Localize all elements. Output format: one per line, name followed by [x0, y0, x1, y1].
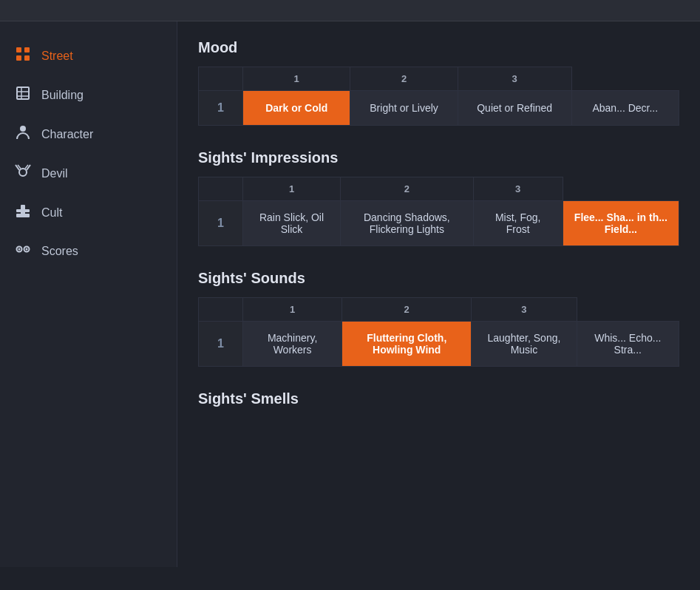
section-title-sights-sounds: Sights' Sounds: [198, 270, 679, 287]
sidebar-item-scores-label: Scores: [41, 245, 78, 258]
cell-sights-impressions-0-1[interactable]: Dancing Shadows, Flickering Lights: [341, 201, 474, 246]
col-header-sights-impressions-1: 1: [243, 177, 341, 201]
sidebar-item-devil[interactable]: Devil: [0, 154, 177, 193]
sidebar-item-character[interactable]: Character: [0, 115, 177, 154]
app-header: [0, 0, 700, 21]
table-mood: 1231Dark or ColdBright or LivelyQuiet or…: [198, 67, 679, 126]
col-header-mood-0: [199, 67, 243, 91]
sidebar-item-scores[interactable]: Scores: [0, 232, 177, 270]
svg-rect-1: [24, 47, 30, 52]
svg-point-9: [19, 169, 27, 176]
svg-rect-0: [16, 47, 21, 52]
sidebar-item-cult-label: Cult: [41, 206, 62, 220]
sidebar: Street Building Character Devil Cult Sco…: [0, 21, 177, 567]
col-header-mood-3: 3: [458, 67, 571, 91]
devil-icon: [15, 164, 31, 183]
table-row: 1Machinery, WorkersFluttering Cloth, How…: [199, 322, 679, 367]
col-header-sights-sounds-0: [199, 298, 243, 322]
col-header-sights-impressions-0: [199, 177, 243, 201]
svg-rect-4: [17, 87, 29, 99]
col-header-sights-sounds-1: 1: [243, 298, 342, 322]
building-icon: [15, 86, 31, 104]
street-icon: [15, 47, 31, 65]
cell-mood-0-0[interactable]: Dark or Cold: [243, 91, 350, 126]
col-header-mood-2: 2: [350, 67, 458, 91]
table-wrapper-sights-sounds: 1231Machinery, WorkersFluttering Cloth, …: [198, 297, 679, 367]
cell-mood-0-3[interactable]: Aban... Decr...: [571, 91, 679, 126]
cell-mood-0-2[interactable]: Quiet or Refined: [458, 91, 571, 126]
cult-icon: [15, 203, 31, 222]
sidebar-item-street-label: Street: [41, 50, 73, 63]
table-wrapper-mood: 1231Dark or ColdBright or LivelyQuiet or…: [198, 67, 679, 126]
sidebar-item-building[interactable]: Building: [0, 75, 177, 115]
sidebar-item-street[interactable]: Street: [0, 36, 177, 75]
svg-rect-3: [24, 55, 30, 61]
row-num-sights-impressions-0: 1: [199, 201, 243, 246]
cell-sights-sounds-0-0[interactable]: Machinery, Workers: [243, 322, 342, 367]
svg-rect-2: [16, 55, 21, 61]
sidebar-item-cult[interactable]: Cult: [0, 193, 177, 232]
row-num-mood-0: 1: [199, 91, 243, 126]
table-row: 1Dark or ColdBright or LivelyQuiet or Re…: [199, 91, 679, 126]
col-header-sights-impressions-3: 3: [473, 177, 563, 201]
sidebar-item-devil-label: Devil: [41, 167, 68, 180]
table-sights-sounds: 1231Machinery, WorkersFluttering Cloth, …: [198, 297, 679, 367]
row-num-sights-sounds-0: 1: [199, 322, 243, 367]
svg-point-20: [26, 248, 28, 251]
col-header-sights-sounds-3: 3: [472, 298, 577, 322]
cell-mood-0-1[interactable]: Bright or Lively: [350, 91, 458, 126]
section-title-sights-smells: Sights' Smells: [198, 390, 679, 407]
scores-icon: [15, 243, 31, 260]
svg-rect-16: [16, 209, 30, 212]
table-row: 1Rain Slick, Oil SlickDancing Shadows, F…: [199, 201, 679, 246]
main-layout: Street Building Character Devil Cult Sco…: [0, 21, 700, 567]
cell-sights-sounds-0-1[interactable]: Fluttering Cloth, Howling Wind: [342, 322, 472, 367]
cell-sights-impressions-0-3[interactable]: Flee... Sha... in th... Field...: [563, 201, 679, 246]
cell-sights-impressions-0-2[interactable]: Mist, Fog, Frost: [473, 201, 563, 246]
table-sights-impressions: 1231Rain Slick, Oil SlickDancing Shadows…: [198, 177, 679, 246]
table-wrapper-sights-impressions: 1231Rain Slick, Oil SlickDancing Shadows…: [198, 177, 679, 246]
svg-point-8: [20, 126, 26, 132]
sidebar-item-character-label: Character: [41, 128, 93, 141]
section-title-sights-impressions: Sights' Impressions: [198, 149, 679, 166]
sidebar-item-building-label: Building: [41, 89, 84, 102]
cell-sights-impressions-0-0[interactable]: Rain Slick, Oil Slick: [243, 201, 341, 246]
col-header-sights-impressions-2: 2: [341, 177, 474, 201]
svg-point-19: [18, 248, 21, 251]
col-header-sights-sounds-2: 2: [342, 298, 472, 322]
col-header-mood-1: 1: [243, 67, 350, 91]
section-title-mood: Mood: [198, 39, 679, 56]
character-icon: [15, 125, 31, 143]
cell-sights-sounds-0-2[interactable]: Laughter, Song, Music: [472, 322, 577, 367]
main-content: Mood1231Dark or ColdBright or LivelyQuie…: [177, 21, 700, 567]
cell-sights-sounds-0-3[interactable]: Whis... Echo... Stra...: [577, 322, 679, 367]
